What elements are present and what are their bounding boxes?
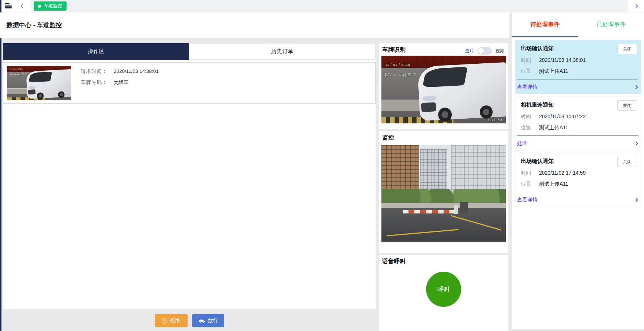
event-title: 出场确认通知 bbox=[521, 158, 554, 165]
toggle-image-label[interactable]: 图片 bbox=[464, 48, 474, 54]
reject-button[interactable]: ✕ 拒绝 bbox=[155, 314, 188, 327]
release-button-label: 放行 bbox=[208, 317, 218, 324]
event-card[interactable]: 相机重连通知 关闭 时间 2020/11/03 10:07:22 位置 测试上传… bbox=[515, 97, 641, 150]
event-time-label: 时间 bbox=[521, 114, 539, 120]
image-video-toggle-switch[interactable] bbox=[477, 47, 492, 55]
active-tab-underline bbox=[512, 36, 578, 37]
event-divider bbox=[517, 79, 638, 79]
request-time-value: 2020/11/03 14:38:01 bbox=[114, 68, 159, 75]
wheel-shape bbox=[58, 91, 65, 98]
entry-request-card: 11 / 01 / 2020 [皖AAAAA8] 蓝 牌 请求时间： 2020/… bbox=[3, 62, 376, 104]
camera-timestamp-overlay: 11 / 01 / 2020 bbox=[385, 63, 410, 67]
event-location-label: 位置 bbox=[521, 124, 539, 131]
reject-circle-x-icon: ✕ bbox=[162, 318, 167, 324]
event-location-row: 位置 测试上传A11 bbox=[521, 124, 568, 131]
headlight-shape bbox=[29, 86, 35, 89]
curb-shape bbox=[381, 100, 424, 111]
monitor-panel: 监控 bbox=[379, 131, 508, 253]
grille-shape bbox=[28, 90, 35, 95]
chevron-right-icon[interactable] bbox=[634, 85, 638, 89]
car-shape bbox=[26, 69, 71, 99]
call-button[interactable]: 呼叫 bbox=[426, 272, 461, 307]
event-location-label: 位置 bbox=[521, 68, 539, 75]
event-time-label: 时间 bbox=[521, 170, 539, 176]
request-fields: 请求时间： 2020/11/03 14:38:01 车牌号码： 无牌车 bbox=[81, 68, 159, 90]
event-footer: 处理 bbox=[517, 138, 637, 149]
menu-toggle-button[interactable] bbox=[1, 0, 15, 12]
event-detail-link[interactable]: 查看详情 bbox=[517, 197, 538, 203]
hamburger-icon bbox=[5, 3, 12, 8]
tab-history-orders[interactable]: 历史订单 bbox=[189, 43, 376, 60]
event-close-button[interactable]: 关闭 bbox=[617, 157, 637, 167]
request-time-row: 请求时间： 2020/11/03 14:38:01 bbox=[81, 68, 159, 75]
release-button[interactable]: 放行 bbox=[192, 314, 224, 327]
sidewalk-shape bbox=[381, 203, 506, 208]
wheel-shape bbox=[479, 105, 493, 119]
event-location-label: 位置 bbox=[521, 181, 539, 187]
toggle-knob bbox=[478, 48, 484, 54]
curb-shape bbox=[7, 88, 29, 94]
page-header: 数据中心 - 车道监控 bbox=[0, 12, 509, 38]
event-divider bbox=[517, 135, 638, 136]
vehicle-thumbnail[interactable]: 11 / 01 / 2020 [皖AAAAA8] 蓝 牌 bbox=[7, 66, 71, 100]
building-shape bbox=[381, 145, 419, 196]
events-panel: 待处理事件 已处理事件 出场确认通知 关闭 时间 2020/11/03 14:3… bbox=[512, 12, 644, 329]
car-icon bbox=[198, 319, 205, 323]
plate-number-value: 无牌车 bbox=[114, 79, 129, 86]
image-video-toggle-row: 图片 视频 bbox=[464, 47, 505, 55]
page-title: 数据中心 - 车道监控 bbox=[7, 21, 62, 29]
event-close-button[interactable]: 关闭 bbox=[617, 100, 637, 111]
gate-kiosk-shape bbox=[460, 202, 468, 214]
event-location-value: 测试上传A11 bbox=[539, 68, 568, 75]
tab-operation-zone[interactable]: 操作区 bbox=[3, 43, 189, 60]
tab-pending-events[interactable]: 待处理事件 bbox=[512, 12, 578, 37]
event-time-value: 2020/11/03 10:07:22 bbox=[539, 114, 585, 120]
event-location-value: 测试上传A11 bbox=[539, 124, 568, 131]
event-title: 出场确认通知 bbox=[521, 45, 554, 52]
plate-recognition-title: 车牌识别 bbox=[382, 46, 406, 54]
event-close-button[interactable]: 关闭 bbox=[617, 44, 637, 54]
workspace-tabs: 操作区 历史订单 bbox=[3, 43, 376, 60]
lane-monitoring-page: { "topbar": { "tab_label": "车道监控" }, "pa… bbox=[0, 0, 644, 331]
chevron-right-icon[interactable] bbox=[634, 141, 638, 145]
event-location-value: 测试上传A11 bbox=[539, 181, 568, 187]
monitor-photo-scene bbox=[381, 145, 506, 242]
windshield-shape bbox=[29, 72, 52, 82]
event-time-value: 2020/11/03 14:38:01 bbox=[539, 57, 585, 64]
event-card[interactable]: 出场确认通知 关闭 时间 2020/11/03 14:38:01 位置 测试上传… bbox=[515, 40, 641, 94]
headlight-shape bbox=[422, 96, 436, 101]
event-time-row: 时间 2020/11/03 10:07:22 bbox=[521, 114, 585, 120]
grille-shape bbox=[421, 102, 436, 112]
tabs-scroll-left-button[interactable] bbox=[15, 0, 31, 12]
event-footer: 查看详情 bbox=[517, 194, 637, 205]
plate-recognition-photo: 11 / 01 / 2020 [皖AAAAA8] 蓝 牌 OSD Text bbox=[381, 56, 506, 123]
open-tab-lane-monitoring[interactable]: 车道监控 bbox=[34, 1, 67, 11]
tabs-scroll-right-button[interactable] bbox=[628, 0, 644, 12]
request-time-label: 请求时间： bbox=[81, 68, 114, 75]
workspace-panel: 操作区 历史订单 11 / 01 / 2020 [皖AAAAA8] 蓝 牌 bbox=[3, 43, 376, 309]
chevron-right-icon[interactable] bbox=[634, 198, 638, 202]
open-tab-label: 车道监控 bbox=[44, 3, 62, 9]
event-time-row: 时间 2020/11/03 14:38:01 bbox=[521, 57, 585, 64]
event-divider bbox=[517, 192, 638, 192]
event-handle-link[interactable]: 处理 bbox=[517, 140, 527, 147]
plate-number-row: 车牌号码： 无牌车 bbox=[81, 79, 159, 86]
event-location-row: 位置 测试上传A11 bbox=[521, 181, 568, 187]
event-location-row: 位置 测试上传A11 bbox=[521, 68, 568, 75]
voice-call-title: 语音呼叫 bbox=[382, 258, 406, 265]
voice-call-panel: 语音呼叫 呼叫 bbox=[379, 255, 508, 331]
toggle-video-label[interactable]: 视频 bbox=[495, 48, 505, 54]
chevron-left-icon bbox=[20, 4, 25, 8]
event-detail-link[interactable]: 查看详情 bbox=[517, 84, 538, 90]
plate-number-label: 车牌号码： bbox=[81, 79, 114, 86]
event-card[interactable]: 出场确认通知 关闭 时间 2020/11/02 17:14:59 位置 测试上传… bbox=[515, 153, 641, 207]
tab-processed-events[interactable]: 已处理事件 bbox=[578, 12, 644, 37]
plate-photo-scene: 11 / 01 / 2020 [皖AAAAA8] 蓝 牌 OSD Text bbox=[381, 56, 506, 123]
camera-timestamp-overlay: 11 / 01 / 2020 bbox=[9, 68, 22, 70]
top-tab-bar: 车道监控 bbox=[1, 0, 644, 12]
car-shape bbox=[417, 62, 506, 121]
barrier-arm-shape bbox=[403, 210, 455, 213]
windshield-shape bbox=[422, 67, 468, 88]
reject-button-label: 拒绝 bbox=[170, 317, 180, 324]
monitor-title: 监控 bbox=[382, 134, 394, 142]
